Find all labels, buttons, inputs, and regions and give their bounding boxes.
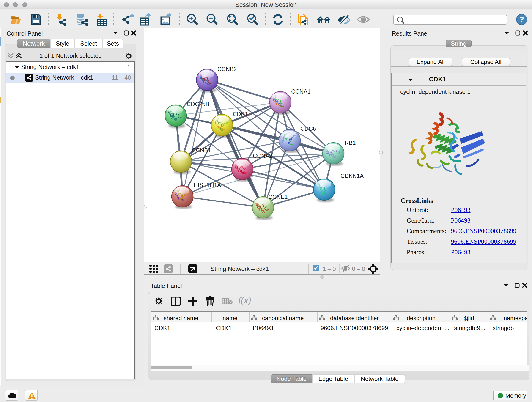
svg-text:CDC25B: CDC25B [187, 101, 209, 107]
svg-text:CDKN1A: CDKN1A [341, 172, 364, 179]
svg-text:CDK1: CDK1 [233, 111, 248, 117]
svg-text:CCNE1: CCNE1 [268, 194, 288, 200]
svg-text:HIST1H1A: HIST1H1A [194, 182, 221, 188]
svg-text:?: ? [519, 15, 524, 24]
svg-text:CCNB1: CCNB1 [192, 147, 211, 153]
svg-text:RB1: RB1 [345, 140, 356, 146]
svg-text:CDC6: CDC6 [300, 125, 316, 132]
svg-text:CCNB2: CCNB2 [217, 66, 237, 72]
svg-text:CCNA2: CCNA2 [253, 153, 272, 159]
svg-text:CCNA1: CCNA1 [291, 88, 311, 95]
